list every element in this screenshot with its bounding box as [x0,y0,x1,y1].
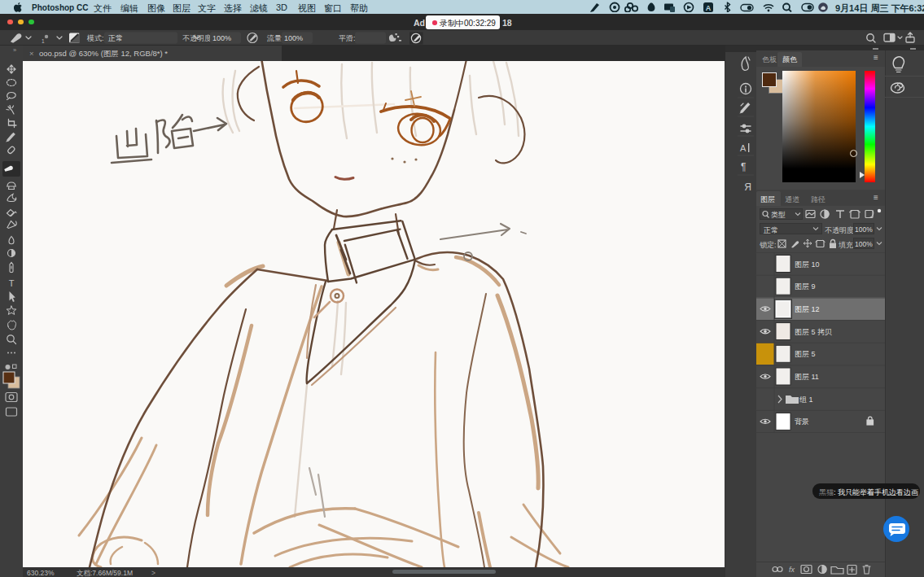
svg-text:流量:: 流量: [266,34,284,42]
svg-text:»: » [13,46,16,54]
svg-text:图层 5: 图层 5 [795,350,816,358]
svg-text:图层 10: 图层 10 [795,260,820,269]
svg-text:A: A [740,143,747,153]
svg-text:图层 5 拷贝: 图层 5 拷贝 [795,328,832,336]
svg-text:图层 9: 图层 9 [795,282,816,291]
svg-text:背景: 背景 [795,417,809,426]
svg-text:fx: fx [789,566,795,574]
svg-text:平滑:: 平滑: [339,34,356,42]
svg-text:图层 12: 图层 12 [795,305,820,313]
svg-text:¶: ¶ [741,161,746,173]
svg-text:100%: 100% [284,34,303,42]
svg-text:正常: 正常 [107,34,123,42]
svg-text:T: T [9,278,15,288]
svg-text:不透明度:: 不透明度: [182,34,214,42]
svg-text:类型: 类型 [771,211,786,219]
svg-text:A: A [706,4,712,12]
svg-text:1: 1 [42,38,45,44]
svg-text:100%: 100% [212,34,231,42]
svg-text:R: R [744,181,751,193]
svg-text:图层 11: 图层 11 [795,373,819,381]
svg-text:组 1: 组 1 [799,396,813,404]
svg-text:模式:: 模式: [86,34,104,42]
